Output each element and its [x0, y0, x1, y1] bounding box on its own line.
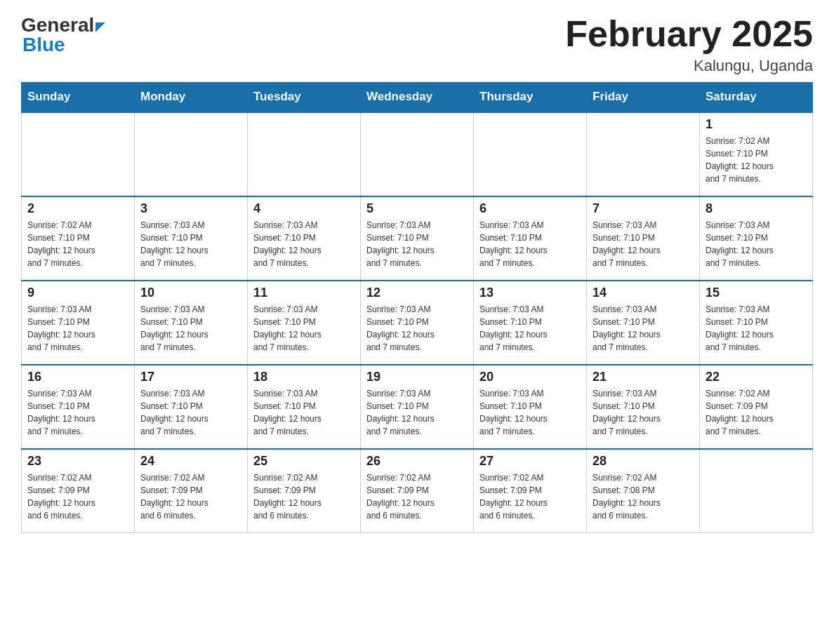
day-info: Sunrise: 7:02 AMSunset: 7:10 PMDaylight:…: [27, 219, 128, 269]
day-info: Sunrise: 7:03 AMSunset: 7:10 PMDaylight:…: [253, 303, 355, 354]
calendar-cell: [22, 112, 135, 196]
day-number: 14: [593, 286, 694, 300]
day-info: Sunrise: 7:02 AMSunset: 7:09 PMDaylight:…: [27, 471, 128, 522]
calendar-cell: 18Sunrise: 7:03 AMSunset: 7:10 PMDayligh…: [248, 365, 361, 449]
day-info: Sunrise: 7:02 AMSunset: 7:08 PMDaylight:…: [593, 471, 694, 522]
calendar-cell: 3Sunrise: 7:03 AMSunset: 7:10 PMDaylight…: [135, 196, 248, 281]
calendar-cell: 28Sunrise: 7:02 AMSunset: 7:08 PMDayligh…: [587, 449, 700, 533]
day-number: 20: [479, 370, 581, 384]
page-header: General Blue February 2025 Kalungu, Ugan…: [21, 14, 813, 75]
day-info: Sunrise: 7:03 AMSunset: 7:10 PMDaylight:…: [479, 219, 581, 269]
day-number: 27: [479, 454, 581, 469]
calendar-header-friday: Friday: [587, 83, 700, 112]
day-info: Sunrise: 7:02 AMSunset: 7:09 PMDaylight:…: [140, 471, 241, 522]
calendar-week-row: 16Sunrise: 7:03 AMSunset: 7:10 PMDayligh…: [22, 365, 813, 449]
calendar-table: SundayMondayTuesdayWednesdayThursdayFrid…: [21, 82, 813, 533]
day-info: Sunrise: 7:02 AMSunset: 7:09 PMDaylight:…: [479, 471, 581, 522]
calendar-header-row: SundayMondayTuesdayWednesdayThursdayFrid…: [22, 83, 813, 112]
day-number: 12: [366, 286, 468, 300]
day-number: 24: [140, 454, 241, 469]
day-info: Sunrise: 7:03 AMSunset: 7:10 PMDaylight:…: [27, 303, 128, 354]
calendar-cell: 23Sunrise: 7:02 AMSunset: 7:09 PMDayligh…: [22, 449, 135, 533]
day-number: 3: [140, 201, 241, 216]
day-number: 1: [706, 117, 807, 132]
calendar-cell: 15Sunrise: 7:03 AMSunset: 7:10 PMDayligh…: [700, 281, 813, 365]
day-info: Sunrise: 7:03 AMSunset: 7:10 PMDaylight:…: [140, 387, 241, 438]
day-info: Sunrise: 7:03 AMSunset: 7:10 PMDaylight:…: [593, 303, 694, 354]
day-info: Sunrise: 7:03 AMSunset: 7:10 PMDaylight:…: [479, 303, 581, 354]
calendar-cell: 20Sunrise: 7:03 AMSunset: 7:10 PMDayligh…: [474, 365, 587, 449]
calendar-header-wednesday: Wednesday: [361, 83, 474, 112]
calendar-cell: 14Sunrise: 7:03 AMSunset: 7:10 PMDayligh…: [587, 281, 700, 365]
calendar-cell: 11Sunrise: 7:03 AMSunset: 7:10 PMDayligh…: [248, 281, 361, 365]
calendar-cell: 27Sunrise: 7:02 AMSunset: 7:09 PMDayligh…: [474, 449, 587, 533]
calendar-cell: 16Sunrise: 7:03 AMSunset: 7:10 PMDayligh…: [22, 365, 135, 449]
calendar-cell: 5Sunrise: 7:03 AMSunset: 7:10 PMDaylight…: [361, 196, 474, 281]
day-number: 5: [366, 201, 468, 216]
month-title: February 2025: [565, 14, 813, 54]
day-info: Sunrise: 7:03 AMSunset: 7:10 PMDaylight:…: [253, 219, 355, 269]
calendar-cell: 2Sunrise: 7:02 AMSunset: 7:10 PMDaylight…: [22, 196, 135, 281]
day-number: 21: [593, 370, 694, 384]
calendar-cell: 22Sunrise: 7:02 AMSunset: 7:09 PMDayligh…: [700, 365, 813, 449]
calendar-week-row: 2Sunrise: 7:02 AMSunset: 7:10 PMDaylight…: [22, 196, 813, 281]
day-number: 23: [27, 454, 128, 469]
calendar-header-saturday: Saturday: [700, 83, 813, 112]
day-info: Sunrise: 7:03 AMSunset: 7:10 PMDaylight:…: [479, 387, 581, 438]
day-number: 10: [140, 286, 241, 300]
title-section: February 2025 Kalungu, Uganda: [565, 14, 813, 75]
day-number: 22: [706, 370, 807, 384]
day-info: Sunrise: 7:03 AMSunset: 7:10 PMDaylight:…: [27, 387, 128, 438]
logo-blue-text: Blue: [22, 34, 65, 56]
calendar-cell: 21Sunrise: 7:03 AMSunset: 7:10 PMDayligh…: [587, 365, 700, 449]
day-info: Sunrise: 7:02 AMSunset: 7:09 PMDaylight:…: [366, 471, 468, 522]
day-number: 28: [593, 454, 694, 469]
calendar-cell: 26Sunrise: 7:02 AMSunset: 7:09 PMDayligh…: [361, 449, 474, 533]
calendar-cell: 13Sunrise: 7:03 AMSunset: 7:10 PMDayligh…: [474, 281, 587, 365]
day-info: Sunrise: 7:03 AMSunset: 7:10 PMDaylight:…: [366, 387, 468, 438]
calendar-week-row: 1Sunrise: 7:02 AMSunset: 7:10 PMDaylight…: [22, 112, 813, 196]
day-info: Sunrise: 7:03 AMSunset: 7:10 PMDaylight:…: [140, 219, 241, 269]
calendar-cell: 19Sunrise: 7:03 AMSunset: 7:10 PMDayligh…: [361, 365, 474, 449]
day-number: 4: [253, 201, 355, 216]
day-info: Sunrise: 7:03 AMSunset: 7:10 PMDaylight:…: [706, 303, 807, 354]
calendar-cell: 25Sunrise: 7:02 AMSunset: 7:09 PMDayligh…: [248, 449, 361, 533]
logo-arrow-icon: [95, 22, 105, 32]
day-info: Sunrise: 7:02 AMSunset: 7:09 PMDaylight:…: [253, 471, 355, 522]
day-number: 17: [140, 370, 241, 384]
day-number: 7: [593, 201, 694, 216]
day-number: 13: [479, 286, 581, 300]
day-info: Sunrise: 7:03 AMSunset: 7:10 PMDaylight:…: [140, 303, 241, 354]
calendar-cell: 9Sunrise: 7:03 AMSunset: 7:10 PMDaylight…: [22, 281, 135, 365]
day-info: Sunrise: 7:03 AMSunset: 7:10 PMDaylight:…: [253, 387, 355, 438]
day-info: Sunrise: 7:03 AMSunset: 7:10 PMDaylight:…: [366, 303, 468, 354]
calendar-header-monday: Monday: [135, 83, 248, 112]
day-number: 18: [253, 370, 355, 384]
calendar-cell: [135, 112, 248, 196]
day-number: 19: [366, 370, 468, 384]
calendar-cell: 7Sunrise: 7:03 AMSunset: 7:10 PMDaylight…: [587, 196, 700, 281]
day-number: 9: [27, 286, 128, 300]
location-text: Kalungu, Uganda: [565, 57, 813, 75]
calendar-cell: 12Sunrise: 7:03 AMSunset: 7:10 PMDayligh…: [361, 281, 474, 365]
day-info: Sunrise: 7:03 AMSunset: 7:10 PMDaylight:…: [593, 387, 694, 438]
calendar-cell: 24Sunrise: 7:02 AMSunset: 7:09 PMDayligh…: [135, 449, 248, 533]
day-number: 16: [27, 370, 128, 384]
day-number: 6: [479, 201, 581, 216]
calendar-cell: [248, 112, 361, 196]
calendar-cell: 17Sunrise: 7:03 AMSunset: 7:10 PMDayligh…: [135, 365, 248, 449]
day-number: 25: [253, 454, 355, 469]
day-info: Sunrise: 7:02 AMSunset: 7:10 PMDaylight:…: [706, 135, 807, 185]
day-number: 8: [706, 201, 807, 216]
day-number: 2: [27, 201, 128, 216]
calendar-header-sunday: Sunday: [22, 83, 135, 112]
day-number: 26: [366, 454, 468, 469]
calendar-cell: 1Sunrise: 7:02 AMSunset: 7:10 PMDaylight…: [700, 112, 813, 196]
calendar-week-row: 9Sunrise: 7:03 AMSunset: 7:10 PMDaylight…: [22, 281, 813, 365]
day-info: Sunrise: 7:02 AMSunset: 7:09 PMDaylight:…: [706, 387, 807, 438]
calendar-cell: 4Sunrise: 7:03 AMSunset: 7:10 PMDaylight…: [248, 196, 361, 281]
calendar-cell: [474, 112, 587, 196]
calendar-header-thursday: Thursday: [474, 83, 587, 112]
day-info: Sunrise: 7:03 AMSunset: 7:10 PMDaylight:…: [366, 219, 468, 269]
day-number: 15: [706, 286, 807, 300]
